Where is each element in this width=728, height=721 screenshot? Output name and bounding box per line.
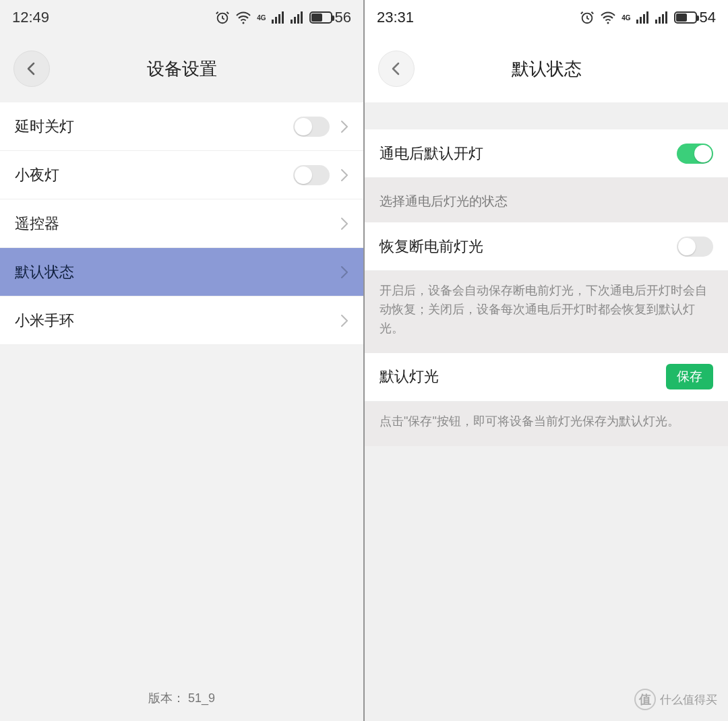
toggle[interactable] [293,165,330,185]
svg-rect-9 [301,11,303,24]
battery-indicator: 56 [309,9,351,26]
alarm-icon [580,10,595,25]
chevron-right-icon [340,168,348,182]
chevron-right-icon [340,265,348,279]
toggle-restore-previous[interactable] [677,237,713,257]
svg-rect-2 [272,20,274,24]
battery-indicator: 54 [674,9,716,26]
explain-default: 点击"保存"按钮，即可将设备当前灯光保存为默认灯光。 [365,402,728,446]
settings-row[interactable]: 默认状态 [0,248,363,296]
save-button[interactable]: 保存 [666,364,713,389]
signal-icon-2 [655,11,669,24]
phone-left: 12:49 4G 56 设备设置 延时关灯小夜灯遥控器默认状态小米手环 版本： … [0,0,363,721]
svg-rect-5 [282,11,284,24]
explain-restore: 开启后，设备会自动保存断电前灯光，下次通电后开灯时会自动恢复；关闭后，设备每次通… [365,271,728,353]
status-icons: 4G 54 [580,9,716,26]
page-title: 默认状态 [512,57,582,81]
nav-header: 设备设置 [0,35,363,102]
row-label: 延时关灯 [15,117,293,137]
signal-4g-label: 4G [621,14,630,22]
svg-rect-13 [640,17,642,24]
chevron-right-icon [340,217,348,230]
row-label: 默认状态 [15,262,340,282]
svg-rect-7 [294,17,296,24]
row-label: 通电后默认开灯 [380,144,677,164]
chevron-left-icon [390,61,402,76]
chevron-left-icon [26,61,38,76]
nav-header: 默认状态 [365,35,728,102]
status-icons: 4G 56 [215,9,351,26]
settings-row[interactable]: 小米手环 [0,296,363,345]
row-restore-previous[interactable]: 恢复断电前灯光 [365,222,728,271]
svg-rect-16 [655,20,657,24]
status-bar: 12:49 4G 56 [0,0,363,35]
settings-row[interactable]: 延时关灯 [0,102,363,151]
svg-point-1 [243,22,245,24]
signal-icon-2 [291,11,304,24]
svg-rect-15 [646,11,648,24]
spacer [365,102,728,129]
row-label: 小米手环 [15,311,340,331]
status-time: 23:31 [377,9,414,26]
section-header: 选择通电后灯光的状态 [365,178,728,222]
chevron-right-icon [340,314,348,327]
svg-rect-3 [275,17,277,24]
signal-icon-1 [272,11,285,24]
watermark: 值 什么值得买 [634,689,717,710]
battery-text: 56 [335,9,351,26]
svg-rect-19 [665,11,667,24]
toggle[interactable] [293,117,330,137]
watermark-text: 什么值得买 [660,692,717,708]
toggle-power-on-default[interactable] [677,144,713,164]
battery-fill-right [676,13,687,22]
wifi-icon [600,11,616,24]
signal-icon-1 [636,11,650,24]
row-label: 遥控器 [15,214,340,234]
chevron-right-icon [340,120,348,133]
back-button[interactable] [378,51,415,87]
watermark-icon: 值 [634,689,656,710]
svg-rect-4 [278,14,280,24]
signal-4g-label: 4G [257,14,266,22]
settings-row[interactable]: 遥控器 [0,199,363,248]
svg-rect-8 [297,14,299,24]
settings-list: 延时关灯小夜灯遥控器默认状态小米手环 [0,102,363,345]
row-default-light: 默认灯光 保存 [365,353,728,402]
wifi-icon [235,11,251,24]
alarm-icon [215,10,230,25]
status-time: 12:49 [12,9,49,26]
row-power-on-default[interactable]: 通电后默认开灯 [365,129,728,178]
battery-fill-left [311,13,323,22]
svg-rect-12 [636,20,638,24]
row-label: 默认灯光 [380,367,666,387]
status-bar: 23:31 4G 54 [365,0,728,35]
page-title: 设备设置 [147,57,217,81]
row-label: 恢复断电前灯光 [380,237,677,257]
svg-rect-14 [643,14,645,24]
svg-rect-6 [291,20,293,24]
phone-right: 23:31 4G 54 默认状态 通电后默认开灯 选择通电后灯光的状态 恢复断电… [365,0,728,721]
svg-rect-17 [659,17,661,24]
settings-row[interactable]: 小夜灯 [0,151,363,199]
battery-text: 54 [700,9,716,26]
svg-rect-18 [662,14,664,24]
svg-point-11 [607,22,609,24]
back-button[interactable] [13,51,50,87]
version-label: 版本： 51_9 [0,690,363,706]
row-label: 小夜灯 [15,165,293,185]
